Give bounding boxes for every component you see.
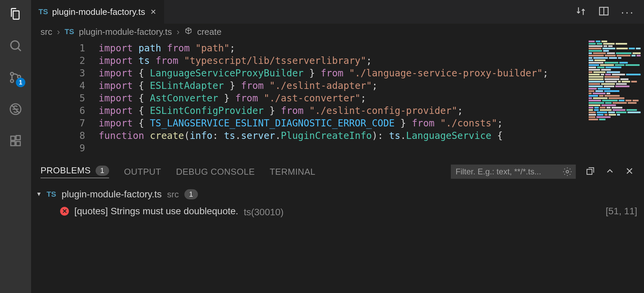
breadcrumb-symbol[interactable]: create — [197, 27, 222, 37]
breadcrumb-file[interactable]: plugin-module-factory.ts — [79, 27, 172, 37]
split-editor-icon[interactable] — [598, 5, 610, 18]
svg-rect-11 — [587, 169, 592, 174]
problems-count-badge: 1 — [96, 166, 109, 176]
panel-tabs: PROBLEMS 1 OUTPUT DEBUG CONSOLE TERMINAL… — [31, 159, 644, 184]
source-control-icon[interactable]: 1 — [8, 70, 23, 85]
problem-code: ts(30010) — [244, 204, 600, 218]
tab-output-label: OUTPUT — [124, 167, 161, 177]
problem-file-row[interactable]: ▸ TS plugin-module-factory.ts src 1 — [38, 187, 637, 202]
editor[interactable]: 123456789 import path from "path";import… — [31, 40, 644, 159]
chevron-right-icon: › — [177, 27, 180, 37]
problem-file-count: 1 — [184, 189, 198, 199]
chevron-right-icon: › — [57, 27, 60, 37]
breadcrumb[interactable]: src › TS plugin-module-factory.ts › crea… — [31, 24, 644, 40]
svg-rect-7 — [16, 142, 20, 146]
svg-rect-8 — [16, 136, 20, 140]
tabs-actions: ··· — [575, 0, 644, 24]
tab-filename: plugin-module-factory.ts — [52, 7, 145, 17]
close-icon[interactable]: × — [149, 6, 157, 17]
tab-output[interactable]: OUTPUT — [124, 167, 161, 177]
problem-file-name: plugin-module-factory.ts — [61, 189, 162, 200]
svg-point-10 — [566, 170, 569, 173]
svg-rect-5 — [11, 136, 15, 140]
scm-badge: 1 — [16, 78, 25, 87]
tab-terminal[interactable]: TERMINAL — [269, 167, 315, 177]
twisty-icon[interactable]: ▸ — [35, 193, 44, 196]
filter-settings-icon[interactable] — [562, 167, 572, 177]
panel-body: ▸ TS plugin-module-factory.ts src 1 ✕ [q… — [31, 184, 644, 223]
filter-placeholder: Filter. E.g.: text, **/*.ts... — [456, 167, 541, 176]
main-area: TS plugin-module-factory.ts × ··· src › … — [31, 0, 644, 293]
activity-bar: 1 — [0, 0, 31, 293]
extensions-icon[interactable] — [8, 133, 23, 149]
symbol-icon — [184, 27, 192, 37]
debug-disabled-icon[interactable] — [8, 101, 23, 117]
panel: PROBLEMS 1 OUTPUT DEBUG CONSOLE TERMINAL… — [31, 159, 644, 293]
close-panel-icon[interactable] — [624, 166, 635, 177]
explorer-icon[interactable] — [8, 6, 23, 22]
tab-debug-console[interactable]: DEBUG CONSOLE — [176, 167, 255, 177]
problem-file-folder: src — [167, 189, 179, 200]
problem-item[interactable]: ✕ [quotes] Strings must use doublequote.… — [38, 202, 637, 220]
ts-badge-icon: TS — [38, 7, 48, 16]
svg-point-2 — [10, 79, 14, 82]
minimap[interactable] — [587, 40, 644, 159]
collapse-all-icon[interactable] — [585, 166, 595, 177]
search-icon[interactable] — [8, 38, 23, 53]
tab-terminal-label: TERMINAL — [269, 167, 315, 177]
code-area[interactable]: import path from "path";import ts from "… — [99, 40, 587, 159]
error-icon: ✕ — [60, 207, 69, 216]
panel-actions: Filter. E.g.: text, **/*.ts... — [451, 165, 635, 179]
compare-icon[interactable] — [575, 5, 587, 18]
tabs-row: TS plugin-module-factory.ts × ··· — [31, 0, 644, 24]
tab-problems[interactable]: PROBLEMS 1 — [41, 165, 109, 178]
line-number-gutter: 123456789 — [31, 40, 99, 159]
problem-location: [51, 11] — [606, 206, 637, 217]
editor-tab[interactable]: TS plugin-module-factory.ts × — [31, 0, 164, 24]
ts-badge-icon: TS — [47, 190, 56, 199]
problem-message: [quotes] Strings must use doublequote. — [74, 206, 238, 217]
svg-point-1 — [10, 72, 14, 75]
tab-problems-label: PROBLEMS — [41, 165, 91, 176]
breadcrumb-folder[interactable]: src — [41, 27, 52, 37]
more-icon[interactable]: ··· — [621, 5, 635, 19]
chevron-up-icon[interactable] — [605, 166, 615, 177]
svg-rect-6 — [11, 142, 15, 146]
svg-point-0 — [11, 41, 19, 49]
ts-badge-icon: TS — [65, 27, 74, 36]
tab-debug-label: DEBUG CONSOLE — [176, 167, 255, 177]
filter-input[interactable]: Filter. E.g.: text, **/*.ts... — [451, 165, 576, 179]
